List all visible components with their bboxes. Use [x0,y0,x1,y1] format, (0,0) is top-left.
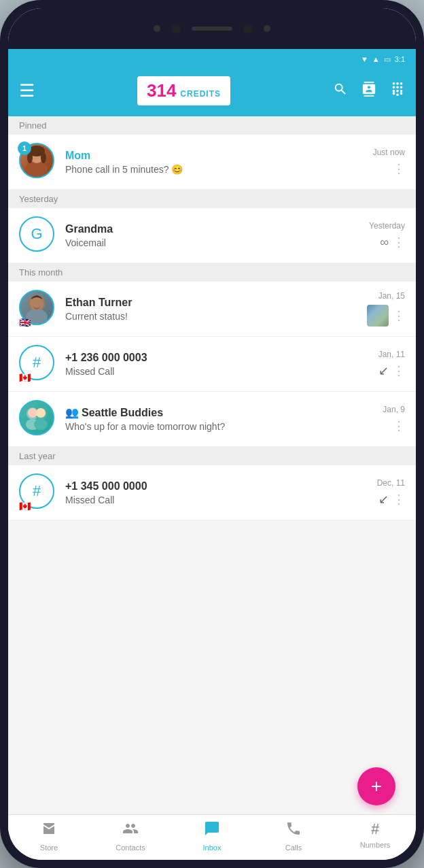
search-icon[interactable] [333,82,348,101]
credits-label: CREDITS [180,89,221,99]
grandma-time: Yesterday [369,221,405,231]
group-icon: 👥 [65,406,79,419]
ethan-message: Current status! [65,311,361,322]
dot-left [154,25,160,32]
conversation-seattle[interactable]: 👥 Seattle Buddies Who's up for a movie t… [8,392,416,447]
signal-icon: ▲ [372,55,380,63]
number2-more-icon[interactable]: ⋮ [393,492,405,507]
calls-icon [285,820,302,841]
mom-name: Mom [65,150,368,162]
conversation-ethan[interactable]: 🇬🇧 Ethan Turner Current status! Jan, 15 … [8,282,416,337]
section-yesterday: Yesterday [8,190,416,208]
nav-store[interactable]: Store [8,815,90,854]
mom-time: Just now [373,148,405,157]
mom-avatar-container: 1 [19,143,57,181]
contacts-label: Contacts [116,844,145,852]
inbox-icon [204,820,220,841]
grandma-more-icon[interactable]: ⋮ [393,235,405,250]
seattle-name: 👥 Seattle Buddies [65,406,377,419]
dialpad-icon[interactable] [390,82,405,101]
speaker [192,27,232,31]
ethan-actions: ⋮ [367,305,405,327]
number1-time: Jan, 11 [378,350,405,359]
nav-inbox[interactable]: Inbox [171,815,253,854]
seattle-conv-right: Jan, 9 ⋮ [383,405,405,433]
voicemail-icon: ∞ [380,235,389,250]
inbox-label: Inbox [203,844,222,852]
dot-right [264,25,270,32]
credits-number: 314 [147,80,176,101]
seattle-message: Who's up for a movie tomorrow night? [65,421,377,432]
seattle-more-icon[interactable]: ⋮ [393,418,405,433]
number2-conv-right: Dec, 11 ↙ ⋮ [377,478,405,507]
number2-avatar-container: # 🇨🇦 [19,473,57,512]
ethan-name: Ethan Turner [65,297,361,309]
number1-message: Missed Call [65,366,373,377]
svg-point-13 [28,408,37,418]
conversation-number1[interactable]: # 🇨🇦 +1 236 000 0003 Missed Call Jan, 11… [8,337,416,392]
missed-call-icon: ↙ [378,363,389,378]
grandma-message: Voicemail [65,237,364,248]
svg-point-12 [34,419,48,430]
fab-button[interactable]: + [357,767,395,805]
number2-conv-content: +1 345 000 0000 Missed Call [65,480,372,505]
mom-conv-content: Mom Phone call in 5 minutes? 😊 [65,150,368,175]
seattle-conv-content: 👥 Seattle Buddies Who's up for a movie t… [65,406,377,432]
number2-time: Dec, 11 [377,478,405,488]
mom-more-icon[interactable]: ⋮ [393,161,405,176]
ethan-flag: 🇬🇧 [19,317,31,328]
fab-icon: + [371,775,382,797]
status-bar: ▼ ▲ ▭ 3:1 [8,49,416,69]
wifi-icon: ▼ [361,55,368,63]
calls-label: Calls [285,844,302,852]
section-last-year: Last year [8,447,416,465]
grandma-avatar: G [19,216,54,252]
ethan-time: Jan, 15 [378,291,405,301]
conversation-grandma[interactable]: G Grandma Voicemail Yesterday ∞ ⋮ [8,208,416,263]
mom-message: Phone call in 5 minutes? 😊 [65,164,368,175]
number1-flag: 🇨🇦 [19,372,31,383]
svg-point-14 [36,408,46,418]
grandma-name: Grandma [65,223,364,235]
seattle-time: Jan, 9 [383,405,405,414]
contact-icon[interactable] [361,82,376,101]
number1-more-icon[interactable]: ⋮ [393,363,405,378]
nav-numbers[interactable]: # Numbers [334,815,416,854]
grandma-avatar-container: G [19,216,57,254]
store-label: Store [40,844,58,852]
credits-box[interactable]: 314 CREDITS [137,76,230,105]
seattle-avatar-container [19,400,57,438]
ethan-conv-right: Jan, 15 ⋮ [367,291,405,327]
bottom-nav: Store Contacts Inbox Calls [8,814,416,860]
number1-conv-content: +1 236 000 0003 Missed Call [65,352,373,377]
seattle-avatar [19,400,54,435]
nav-calls[interactable]: Calls [253,815,334,854]
ethan-more-icon[interactable]: ⋮ [393,308,405,323]
camera [171,24,181,33]
svg-point-5 [41,152,46,163]
number2-message: Missed Call [65,495,372,505]
nav-contacts[interactable]: Contacts [90,815,171,854]
number2-actions: ↙ ⋮ [378,492,405,507]
ethan-avatar-container: 🇬🇧 [19,290,57,328]
store-icon [41,820,57,841]
phone-frame: ▼ ▲ ▭ 3:1 ☰ 314 CREDITS [0,0,424,868]
number1-avatar-container: # 🇨🇦 [19,345,57,383]
numbers-label: Numbers [360,841,391,849]
conversation-number2[interactable]: # 🇨🇦 +1 345 000 0000 Missed Call Dec, 11… [8,465,416,520]
ethan-conv-content: Ethan Turner Current status! [65,297,361,322]
content-area: Pinned [8,116,416,814]
number2-name: +1 345 000 0000 [65,480,372,493]
section-pinned: Pinned [8,116,416,135]
numbers-icon: # [371,820,379,838]
phone-top-bar [8,8,416,49]
grandma-conv-content: Grandma Voicemail [65,223,364,248]
contacts-icon [122,820,139,841]
app-header: ☰ 314 CREDITS [8,69,416,116]
conversation-mom[interactable]: 1 Mom Phone call in 5 minutes? 😊 Just no… [8,135,416,190]
number1-name: +1 236 000 0003 [65,352,373,364]
front-camera [243,24,253,33]
menu-icon[interactable]: ☰ [19,80,35,101]
grandma-conv-right: Yesterday ∞ ⋮ [369,221,405,250]
grandma-actions: ∞ ⋮ [380,235,405,250]
